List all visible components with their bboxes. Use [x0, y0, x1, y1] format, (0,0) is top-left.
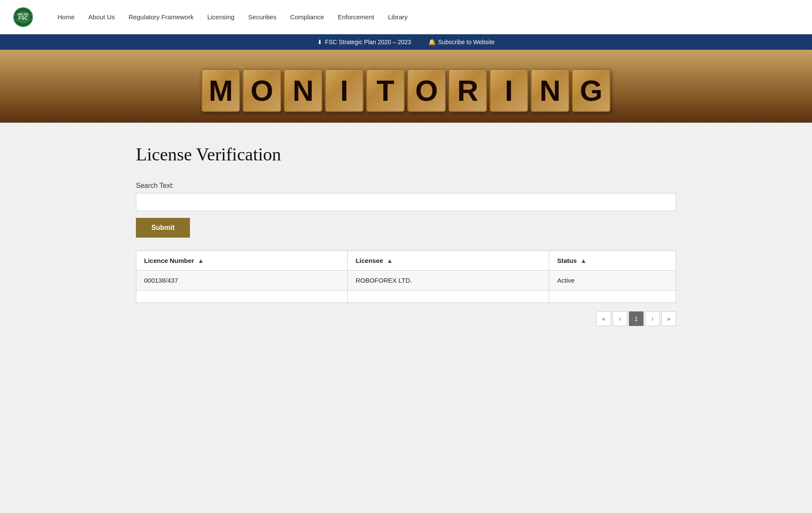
search-input[interactable] — [136, 193, 676, 211]
tile-O: O — [243, 69, 281, 112]
cell-status-2 — [549, 290, 676, 303]
tile-T: T — [366, 69, 405, 112]
col-status-label: Status — [557, 257, 577, 264]
monitoring-tiles: M O N I T O R I N G — [201, 60, 611, 112]
subscribe-label: Subscribe to Website — [438, 39, 495, 45]
pagination: « ‹ 1 › » — [136, 311, 676, 326]
subscribe-link[interactable]: 🔔 Subscribe to Website — [428, 39, 495, 45]
pagination-current[interactable]: 1 — [629, 311, 644, 326]
col-licensee-sort: ▲ — [387, 257, 393, 264]
cell-status-1: Active — [549, 271, 676, 290]
pagination-first[interactable]: « — [596, 311, 611, 326]
banner-bar: ⬇ FSC Strategic Plan 2020 – 2023 🔔 Subsc… — [0, 34, 812, 50]
col-status-sort: ▲ — [580, 257, 586, 264]
search-label: Search Text: — [136, 182, 676, 190]
nav-securities[interactable]: Securities — [241, 9, 283, 25]
tile-I2: I — [490, 69, 528, 112]
svg-text:FSC: FSC — [18, 15, 28, 21]
pagination-last[interactable]: » — [662, 311, 676, 326]
tile-N2: N — [531, 69, 569, 112]
col-licensee-label: Licensee — [355, 257, 383, 264]
nav-library[interactable]: Library — [381, 9, 415, 25]
strategic-plan-label: FSC Strategic Plan 2020 – 2023 — [325, 39, 411, 45]
results-table: Licence Number ▲ Licensee ▲ Status ▲ 000… — [136, 250, 676, 303]
strategic-plan-link[interactable]: ⬇ FSC Strategic Plan 2020 – 2023 — [317, 39, 411, 45]
submit-button[interactable]: Submit — [136, 218, 190, 238]
navbar: BELIZE FSC Home About Us Regulatory Fram… — [0, 0, 812, 34]
cell-licensee-2 — [348, 290, 549, 303]
col-status[interactable]: Status ▲ — [549, 251, 676, 271]
col-licensee[interactable]: Licensee ▲ — [348, 251, 549, 271]
nav-links: Home About Us Regulatory Framework Licen… — [51, 9, 415, 25]
nav-about[interactable]: About Us — [81, 9, 122, 25]
nav-licensing[interactable]: Licensing — [200, 9, 241, 25]
cell-licence-number-1: 000138/437 — [136, 271, 348, 290]
col-licence-number[interactable]: Licence Number ▲ — [136, 251, 348, 271]
nav-compliance[interactable]: Compliance — [283, 9, 331, 25]
table-row — [136, 290, 676, 303]
cell-licensee-1: ROBOFOREX LTD. — [348, 271, 549, 290]
page-title: License Verification — [136, 144, 676, 165]
logo[interactable]: BELIZE FSC — [13, 7, 33, 27]
bell-icon: 🔔 — [428, 39, 436, 45]
pagination-prev[interactable]: ‹ — [613, 311, 627, 326]
tile-R: R — [448, 69, 487, 112]
nav-home[interactable]: Home — [51, 9, 81, 25]
tile-M: M — [201, 69, 240, 112]
nav-enforcement[interactable]: Enforcement — [331, 9, 381, 25]
fsc-logo-icon: BELIZE FSC — [13, 7, 33, 27]
col-licence-number-sort: ▲ — [198, 257, 204, 264]
cell-licence-number-2 — [136, 290, 348, 303]
nav-regulatory[interactable]: Regulatory Framework — [122, 9, 201, 25]
table-row: 000138/437 ROBOFOREX LTD. Active — [136, 271, 676, 290]
col-licence-number-label: Licence Number — [144, 257, 194, 264]
main-content: License Verification Search Text: Submit… — [110, 123, 702, 352]
table-header-row: Licence Number ▲ Licensee ▲ Status ▲ — [136, 251, 676, 271]
tile-G: G — [572, 69, 611, 112]
tile-N: N — [284, 69, 322, 112]
tile-O2: O — [407, 69, 446, 112]
tile-I: I — [325, 69, 364, 112]
download-icon: ⬇ — [317, 39, 322, 45]
pagination-next[interactable]: › — [645, 311, 660, 326]
hero-image: M O N I T O R I N G — [0, 50, 812, 123]
